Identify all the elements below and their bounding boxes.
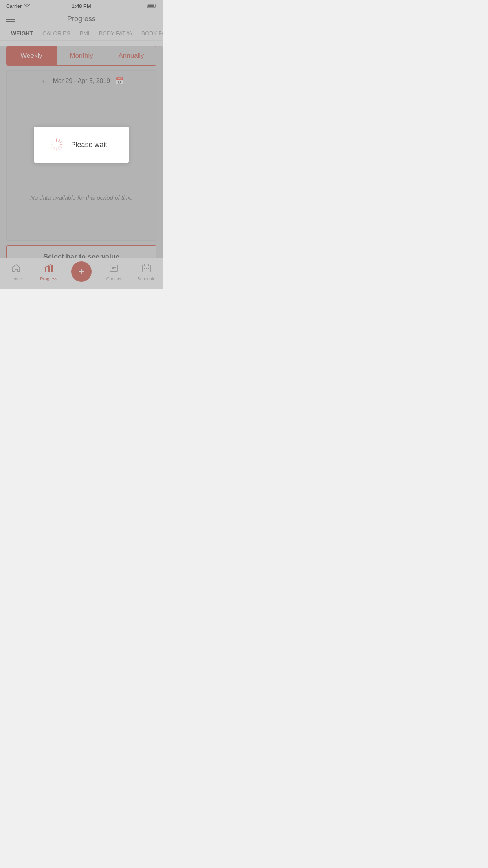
svg-line-7 [60,147,62,148]
svg-line-10 [54,148,55,150]
loading-overlay: Please wait... [0,0,163,289]
svg-line-4 [59,140,60,142]
loading-text: Please wait... [71,141,113,149]
loading-card: Please wait... [34,127,128,163]
svg-line-14 [54,140,55,142]
loading-spinner [50,138,64,152]
svg-line-8 [59,148,60,150]
svg-line-13 [51,142,53,143]
svg-line-5 [60,142,62,143]
svg-line-11 [51,147,53,148]
